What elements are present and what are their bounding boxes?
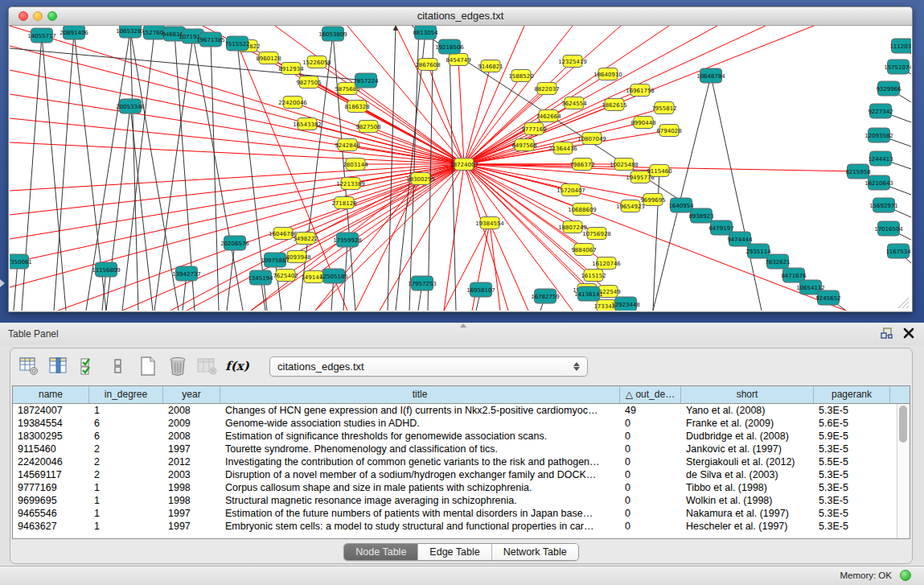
graph-node[interactable]: 12213389	[336, 178, 365, 190]
graph-node[interactable]: 9146821	[478, 60, 503, 72]
graph-node[interactable]: 14136141	[574, 286, 603, 301]
graph-node[interactable]: 8990448	[630, 117, 655, 129]
table-options-button[interactable]	[18, 356, 39, 377]
graph-node[interactable]: 8822037	[534, 83, 559, 95]
graph-node[interactable]: 12505185	[319, 269, 348, 283]
graph-node[interactable]: 9827508	[355, 121, 380, 133]
edge[interactable]	[10, 164, 464, 287]
graph-node[interactable]: 16120746	[592, 257, 621, 270]
graph-node[interactable]: 7515522	[224, 36, 249, 51]
select-columns-button[interactable]	[78, 356, 99, 377]
graph-node[interactable]: 2718126	[331, 197, 357, 209]
graph-node[interactable]: 17350061	[10, 254, 32, 269]
graph-node[interactable]: 14055717	[27, 28, 56, 43]
graph-node[interactable]: 7462664	[536, 110, 561, 122]
graph-node[interactable]: 9827505	[296, 76, 321, 89]
graph-node[interactable]: 19671385	[196, 32, 225, 47]
graph-node[interactable]: 10807049	[577, 133, 606, 145]
edge[interactable]	[22, 35, 42, 311]
row-height-button[interactable]	[108, 356, 129, 377]
edge[interactable]	[711, 76, 762, 311]
graph-node[interactable]: 8960128	[256, 52, 281, 64]
graph-node[interactable]: 8186328	[344, 101, 369, 113]
graph-node[interactable]: 15226058	[302, 56, 331, 68]
graph-node[interactable]: 10975887	[261, 253, 290, 267]
graph-node[interactable]: 12093582	[864, 128, 893, 142]
edge[interactable]	[170, 179, 421, 311]
graph-node[interactable]: 19384554	[475, 217, 504, 229]
graph-node[interactable]: 9115460	[647, 165, 671, 177]
graph-node[interactable]: 1615152	[581, 270, 606, 282]
graph-node[interactable]: 6497568	[511, 139, 536, 151]
column-header-pagerank[interactable]: pagerank	[814, 386, 890, 403]
table-row[interactable]: 1830029562008Estimation of significance …	[13, 430, 897, 443]
edge[interactable]	[42, 35, 66, 311]
graph-node[interactable]: 7625402	[273, 270, 298, 282]
table-row[interactable]: 911546021997Tourette syndrome. Phenomeno…	[13, 443, 897, 455]
graph-node[interactable]: 9329966	[876, 81, 901, 96]
graph-node[interactable]: 16782759	[531, 289, 560, 303]
close-panel-icon[interactable]	[903, 328, 914, 339]
graph-node[interactable]: 11156809	[92, 262, 121, 277]
graph-node[interactable]: 12325419	[558, 56, 587, 68]
edge[interactable]	[10, 118, 464, 164]
float-panel-icon[interactable]	[881, 327, 893, 340]
window-minimize-button[interactable]	[33, 11, 43, 21]
graph-node[interactable]: 16958107	[466, 282, 495, 297]
memory-ok-indicator-icon[interactable]	[900, 570, 911, 581]
table-row[interactable]: 969969511998Structural magnetic resonanc…	[13, 494, 897, 507]
table-rows[interactable]: 1872400712008Changes of HCN gene express…	[13, 404, 897, 538]
graph-node[interactable]: 20206576	[220, 236, 249, 250]
graph-node[interactable]: 13942737	[172, 266, 201, 281]
graph-node[interactable]: 15751074	[884, 60, 911, 74]
citation-network-graph[interactable]: 1830029519384554766382289601288912934152…	[10, 26, 911, 311]
graph-node[interactable]: 5498222	[293, 233, 318, 245]
table-row[interactable]: 2242004622012Investigating the contribut…	[13, 455, 897, 468]
network-view-window[interactable]: citations_edges.txt 18300295193845547663…	[8, 6, 913, 312]
show-column-button[interactable]	[48, 356, 69, 377]
graph-node[interactable]: 9884067	[571, 244, 596, 256]
tab-node-table[interactable]: Node Table	[344, 544, 418, 560]
column-header-short[interactable]: short	[681, 386, 814, 403]
graph-node[interactable]: 8912934	[278, 63, 304, 75]
edge[interactable]	[10, 164, 464, 215]
graph-node[interactable]: 1588520	[508, 70, 533, 82]
window-resize-grip[interactable]	[895, 295, 910, 309]
graph-node[interactable]: 2803144	[343, 159, 368, 171]
table-row[interactable]: 1456911722003Disruption of a novel membe…	[13, 468, 897, 481]
graph-node[interactable]: 1244413	[868, 151, 893, 166]
edge[interactable]	[368, 126, 464, 164]
graph-node[interactable]: 7955812	[651, 102, 676, 114]
table-panel-titlebar[interactable]: Table Panel	[0, 323, 924, 345]
column-header-out_de[interactable]: △ out_de…	[620, 386, 681, 403]
table-row[interactable]: 946362711997Embryonic stem cells: a mode…	[13, 520, 897, 533]
graph-node[interactable]: 10653287	[116, 26, 145, 38]
edge[interactable]	[458, 60, 464, 164]
graph-node[interactable]: 17016504	[874, 221, 903, 236]
graph-node[interactable]: 1167534	[885, 244, 911, 258]
graph-node[interactable]: 8813054	[413, 26, 438, 39]
graph-node[interactable]: 2867608	[415, 59, 440, 71]
graph-node[interactable]: 9242848	[335, 139, 359, 151]
graph-node[interactable]: 8938923	[688, 208, 713, 223]
column-header-title[interactable]: title	[220, 386, 620, 403]
table-vertical-scrollbar[interactable]	[897, 404, 910, 538]
graph-node[interactable]: 9227342	[868, 104, 893, 118]
graph-node[interactable]: 7857224	[353, 73, 379, 88]
graph-node[interactable]: 20891406	[60, 26, 88, 39]
edge[interactable]	[464, 66, 491, 164]
edge[interactable]	[450, 47, 456, 311]
graph-node[interactable]: 7832621	[765, 254, 790, 269]
graph-node[interactable]: 1345194	[248, 270, 273, 285]
edge[interactable]	[227, 243, 235, 311]
edge[interactable]	[472, 223, 490, 311]
table-select-dropdown[interactable]: citations_edges.txt	[269, 356, 588, 377]
table-row[interactable]: 1872400712008Changes of HCN gene express…	[13, 404, 897, 417]
table-row[interactable]: 977716911998Corpus callosum shape and si…	[13, 481, 897, 494]
table-row[interactable]: 946554611997Estimation of the future num…	[13, 507, 897, 520]
column-header-year[interactable]: year	[163, 386, 220, 403]
graph-node[interactable]: 6794028	[656, 125, 681, 137]
edge[interactable]	[444, 223, 490, 311]
edge[interactable]	[490, 223, 500, 311]
edge[interactable]	[122, 32, 154, 311]
